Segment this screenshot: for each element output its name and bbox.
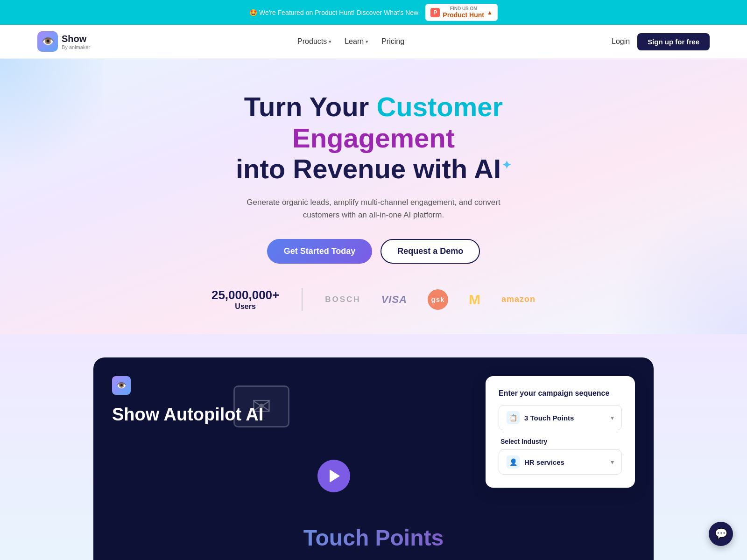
touch-points-field[interactable]: 📋 3 Touch Points ▾ [499,405,622,430]
headline-engagement: Engagement [292,123,455,153]
brand-gsk: gsk [428,289,448,310]
industry-value: HR services [524,458,564,466]
hero-buttons: Get Started Today Request a Demo [267,239,480,264]
campaign-card-title: Enter your campaign sequence [499,389,622,398]
top-banner: 🤩 We're Featured on Product Hunt! Discov… [0,0,747,25]
email-icon: ✉ [233,385,289,427]
industry-icon: 👤 [507,455,520,469]
logo-name: Show [62,34,90,44]
play-button[interactable] [317,460,350,492]
logo-sub: By animaker [62,44,90,50]
hero-subtext: Generate organic leads, amplify multi-ch… [233,196,514,221]
navbar: 👁️ Show By animaker Products ▾ Learn ▾ P… [0,25,747,59]
product-hunt-label: FIND US ON Product Hunt [443,6,484,19]
logo-text: Show By animaker [62,34,90,50]
touch-points-icon: 📋 [507,411,520,424]
brand-visa: VISA [381,294,407,306]
product-hunt-badge[interactable]: P FIND US ON Product Hunt ▲ [425,4,498,21]
logo-icon: 👁️ [37,31,58,52]
badge-sub: FIND US ON [443,6,484,11]
industry-chevron-icon: ▾ [611,458,614,466]
nav-links: Products ▾ Learn ▾ Pricing [297,37,404,46]
hero-headline: Turn Your Customer Engagement into Reven… [163,91,584,185]
logo[interactable]: 👁️ Show By animaker [37,31,90,52]
brand-logos: BOSCH VISA gsk M amazon [325,289,536,310]
show-mini-logo: 👁️ [112,376,131,395]
nav-pricing[interactable]: Pricing [381,37,404,46]
headline-part1: Turn Your [244,91,377,122]
nav-learn[interactable]: Learn ▾ [345,37,368,46]
touch-points-value: 3 Touch Points [524,414,574,422]
request-demo-button[interactable]: Request a Demo [381,239,480,264]
signup-button[interactable]: Sign up for free [637,33,710,50]
nav-products[interactable]: Products ▾ [297,37,331,46]
industry-label: Select Industry [499,438,622,449]
brand-mcdonalds: M [469,292,481,308]
industry-field[interactable]: 👤 HR services ▾ [499,449,622,475]
badge-label: Product Hunt [443,11,484,19]
users-label: Users [211,302,279,311]
nav-actions: Login Sign up for free [612,33,710,50]
headline-part2: into Revenue with AI✦ [236,154,511,184]
products-chevron-icon: ▾ [329,39,331,45]
industry-left: 👤 HR services [507,455,564,469]
touch-points-chevron-icon: ▾ [611,414,614,421]
star-icon: ✦ [502,159,511,172]
chat-button[interactable]: 💬 [709,522,733,546]
play-triangle-icon [330,469,340,483]
headline-customer: Customer [376,91,503,122]
login-link[interactable]: Login [612,37,630,46]
ph-icon: P [430,8,440,17]
banner-text: 🤩 We're Featured on Product Hunt! Discov… [249,9,420,16]
show-mini-icon: 👁️ [112,376,131,395]
email-visual: ✉ [233,385,289,427]
users-number: 25,000,000+ [211,288,279,302]
social-proof: 25,000,000+ Users BOSCH VISA gsk M amazo… [174,288,573,311]
dark-section: 👁️ Show Autopilot AI ✉ Enter your campai… [93,357,654,506]
brand-amazon: amazon [501,294,536,304]
chat-icon: 💬 [715,528,727,540]
brand-bosch: BOSCH [325,295,360,304]
touch-points-footer: Touch Points [112,516,635,551]
get-started-button[interactable]: Get Started Today [267,239,373,264]
touch-points-left: 📋 3 Touch Points [507,411,574,424]
learn-chevron-icon: ▾ [366,39,368,45]
badge-arrow: ▲ [487,9,493,16]
users-count-block: 25,000,000+ Users [211,288,303,311]
hero-section: Turn Your Customer Engagement into Reven… [0,59,747,334]
campaign-card: Enter your campaign sequence 📋 3 Touch P… [486,376,635,488]
